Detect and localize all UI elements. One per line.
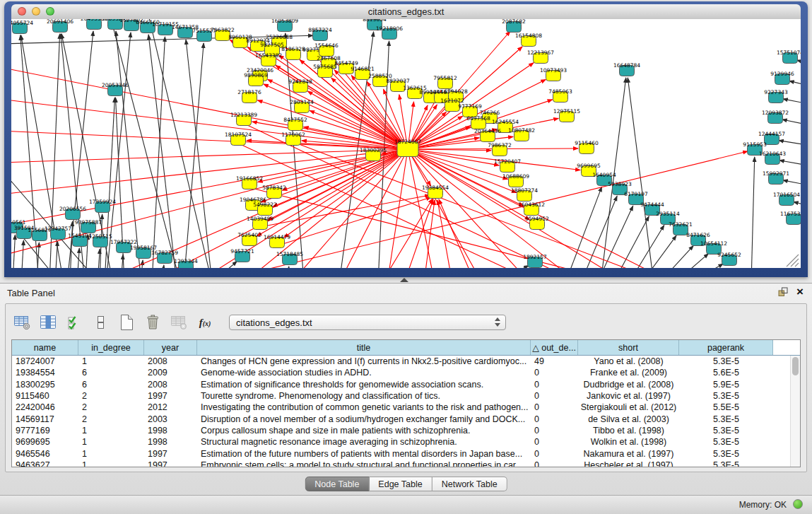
cell-in_degree[interactable]: 1	[78, 437, 144, 447]
table-row[interactable]: 977716911998Corpus callosum shape and si…	[12, 425, 800, 436]
cell-year[interactable]: 2003	[144, 414, 197, 424]
column-header-title[interactable]: title	[197, 340, 531, 355]
tab-node-table[interactable]: Node Table	[305, 477, 369, 491]
cell-out_de[interactable]: 0	[531, 460, 578, 467]
cell-in_degree[interactable]: 1	[78, 460, 144, 467]
cell-pagerank[interactable]: 5.3E-5	[679, 426, 773, 436]
cell-short[interactable]: Franke et al. (2009)	[578, 368, 679, 378]
cell-in_degree[interactable]: 6	[78, 368, 144, 378]
cell-name[interactable]: 9777169	[12, 426, 78, 436]
cell-short[interactable]: Jankovic et al. (1997)	[578, 391, 679, 401]
cell-year[interactable]: 2008	[144, 380, 197, 390]
cell-title[interactable]: Estimation of significance thresholds fo…	[197, 380, 531, 390]
cell-out_de[interactable]: 0	[531, 391, 578, 401]
cell-pagerank[interactable]: 5.3E-5	[679, 391, 773, 401]
cell-title[interactable]: Corpus callosum shape and size in male p…	[197, 426, 531, 436]
cell-short[interactable]: Tibbo et al. (1998)	[578, 426, 679, 436]
minimize-window-icon[interactable]	[32, 7, 40, 16]
splitter-handle-icon[interactable]	[400, 278, 408, 282]
cell-in_degree[interactable]: 2	[78, 414, 144, 424]
column-header-name[interactable]: name	[12, 340, 78, 355]
cell-name[interactable]: 18724007	[12, 356, 78, 366]
cell-out_de[interactable]: 0	[531, 426, 578, 436]
row-height-icon[interactable]	[91, 314, 110, 331]
panel-splitter[interactable]	[0, 277, 812, 283]
zoom-window-icon[interactable]	[46, 7, 54, 16]
show-columns-icon[interactable]	[39, 314, 57, 331]
cell-pagerank[interactable]: 5.3E-5	[679, 356, 773, 366]
cell-pagerank[interactable]: 5.5E-5	[679, 402, 773, 412]
table-row[interactable]: 969969511998Structural magnetic resonanc…	[12, 436, 800, 448]
cell-out_de[interactable]: 0	[531, 402, 578, 412]
cell-pagerank[interactable]: 5.3E-5	[679, 414, 773, 424]
citation-network-graph[interactable]: 1872400779638228960128891293425226058982…	[11, 19, 801, 268]
cell-in_degree[interactable]: 1	[78, 356, 144, 366]
column-header-in_degree[interactable]: in_degree	[78, 340, 144, 355]
vertical-scrollbar[interactable]	[790, 356, 800, 467]
cell-year[interactable]: 2012	[144, 402, 197, 412]
table-row[interactable]: 1830029562008Estimation of significance …	[12, 379, 800, 390]
cell-name[interactable]: 9463627	[12, 460, 78, 467]
cell-title[interactable]: Investigating the contribution of common…	[197, 402, 531, 412]
cell-out_de[interactable]: 0	[531, 449, 578, 459]
cell-year[interactable]: 1998	[144, 437, 197, 447]
cell-name[interactable]: 9115460	[12, 391, 78, 401]
cell-in_degree[interactable]: 6	[78, 380, 144, 390]
network-canvas[interactable]: 1872400779638228960128891293425226058982…	[11, 19, 801, 268]
delete-table-icon[interactable]	[143, 314, 162, 331]
cell-short[interactable]: Stergiakouli et al. (2012)	[578, 402, 679, 412]
column-header-out_de[interactable]: △ out_de...	[531, 340, 578, 355]
cell-pagerank[interactable]: 5.9E-5	[679, 380, 773, 390]
cell-pagerank[interactable]: 5.6E-5	[679, 368, 773, 378]
table-body[interactable]: 1872400712008Changes of HCN gene express…	[12, 356, 800, 467]
table-row[interactable]: 1872400712008Changes of HCN gene express…	[12, 356, 800, 367]
table-row[interactable]: 946362711997Embryonic stem cells: a mode…	[12, 460, 800, 467]
cell-pagerank[interactable]: 5.3E-5	[679, 437, 773, 447]
cell-name[interactable]: 14569117	[12, 414, 78, 424]
cell-in_degree[interactable]: 1	[78, 426, 144, 436]
cell-name[interactable]: 19384554	[12, 368, 78, 378]
cell-in_degree[interactable]: 2	[78, 391, 144, 401]
function-builder-icon[interactable]: f(x)	[196, 314, 214, 331]
cell-short[interactable]: de Silva et al. (2003)	[578, 414, 679, 424]
cell-short[interactable]: Wolkin et al. (1998)	[578, 437, 679, 447]
window-titlebar[interactable]: citations_edges.txt	[11, 4, 801, 20]
cell-pagerank[interactable]: 5.3E-5	[679, 460, 773, 467]
scrollbar-thumb[interactable]	[792, 357, 799, 375]
close-window-icon[interactable]	[18, 7, 26, 16]
cell-name[interactable]: 22420046	[12, 402, 78, 412]
cell-name[interactable]: 9465546	[12, 449, 78, 459]
cell-pagerank[interactable]: 5.3E-5	[679, 449, 773, 459]
table-row[interactable]: 1456911722003Disruption of a novel membe…	[12, 413, 800, 424]
cell-title[interactable]: Embryonic stem cells: a model to study s…	[197, 460, 531, 467]
column-header-pagerank[interactable]: pagerank	[679, 340, 773, 355]
column-header-year[interactable]: year	[144, 340, 197, 355]
select-columns-icon[interactable]	[65, 314, 83, 331]
cell-name[interactable]: 9699695	[12, 437, 78, 447]
cell-year[interactable]: 1997	[144, 460, 197, 467]
table-row[interactable]: 2242004622012Investigating the contribut…	[12, 402, 800, 413]
cell-in_degree[interactable]: 1	[78, 449, 144, 459]
table-settings-icon[interactable]	[13, 314, 31, 331]
table-row[interactable]: 1938455462009Genome-wide association stu…	[12, 367, 800, 378]
cell-out_de[interactable]: 0	[531, 380, 578, 390]
cell-title[interactable]: Disruption of a novel member of a sodium…	[197, 414, 531, 424]
cell-short[interactable]: Yano et al. (2008)	[578, 356, 679, 366]
cell-year[interactable]: 2009	[144, 368, 197, 378]
cell-short[interactable]: Dudbridge et al. (2008)	[578, 380, 679, 390]
tab-network-table[interactable]: Network Table	[433, 477, 507, 491]
cell-title[interactable]: Structural magnetic resonance image aver…	[197, 437, 531, 447]
cell-out_de[interactable]: 0	[531, 368, 578, 378]
cell-year[interactable]: 1997	[144, 391, 197, 401]
table-row[interactable]: 911546021997Tourette syndrome. Phenomeno…	[12, 390, 800, 402]
new-table-icon[interactable]	[117, 314, 136, 331]
cell-year[interactable]: 1997	[144, 449, 197, 459]
import-table-icon[interactable]	[170, 314, 188, 331]
float-panel-icon[interactable]	[778, 287, 788, 297]
cell-title[interactable]: Genome-wide association studies in ADHD.	[197, 368, 531, 378]
cell-name[interactable]: 18300295	[12, 380, 78, 390]
cell-title[interactable]: Estimation of the future numbers of pati…	[197, 449, 531, 459]
column-header-short[interactable]: short	[578, 340, 679, 355]
cell-out_de[interactable]: 49	[531, 356, 578, 366]
table-row[interactable]: 946554611997Estimation of the future num…	[12, 448, 800, 459]
